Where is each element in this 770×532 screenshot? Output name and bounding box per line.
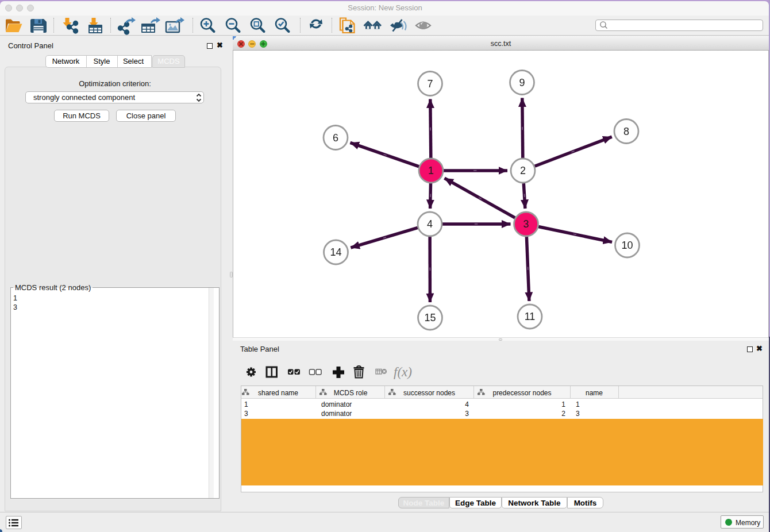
svg-text:15: 15 (424, 312, 436, 323)
svg-text:8: 8 (623, 126, 629, 137)
svg-text:6: 6 (333, 132, 338, 144)
svg-text:7: 7 (427, 78, 433, 90)
svg-text:14: 14 (330, 246, 341, 258)
svg-text:1: 1 (428, 165, 434, 176)
svg-text:2: 2 (520, 165, 526, 176)
svg-text:3: 3 (523, 218, 529, 230)
svg-text:f(x): f(x) (394, 365, 412, 379)
svg-text:10: 10 (621, 240, 633, 251)
svg-text:11: 11 (525, 311, 536, 322)
svg-text:4: 4 (427, 218, 433, 230)
svg-text:9: 9 (519, 77, 525, 88)
